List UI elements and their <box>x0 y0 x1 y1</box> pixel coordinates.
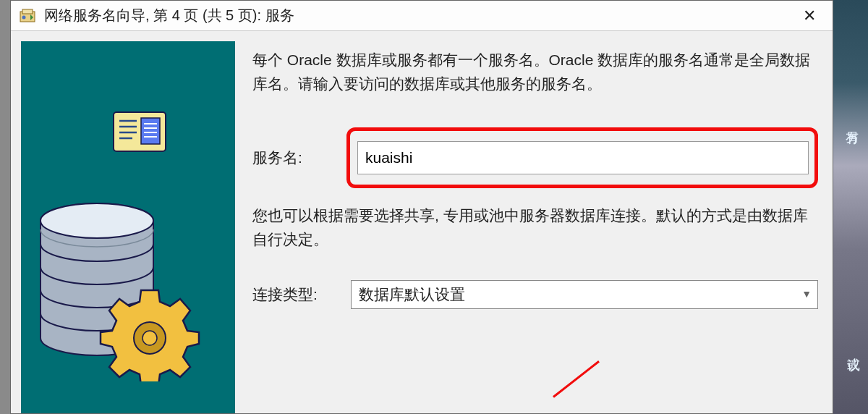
svg-rect-4 <box>141 118 160 144</box>
close-button[interactable]: ✕ <box>795 5 824 27</box>
description-text-1: 每个 Oracle 数据库或服务都有一个服务名。Oracle 数据库的服务名通常… <box>252 48 818 96</box>
connection-type-select[interactable]: 数据库默认设置 ▼ <box>351 280 818 309</box>
close-icon: ✕ <box>803 8 816 24</box>
background-decoration: 另有 议或 <box>833 0 868 414</box>
document-icon <box>108 105 174 161</box>
svg-point-14 <box>41 203 153 238</box>
description-text-2: 您也可以根据需要选择共享, 专用或池中服务器数据库连接。默认的方式是由数据库自行… <box>252 204 818 251</box>
highlight-annotation <box>346 127 818 188</box>
titlebar: 网络服务名向导, 第 4 页 (共 5 页): 服务 ✕ <box>11 1 833 31</box>
service-name-input[interactable] <box>357 141 809 174</box>
connection-type-value: 数据库默认设置 <box>359 283 465 307</box>
chevron-down-icon: ▼ <box>801 287 812 303</box>
wizard-graphic-panel <box>21 41 235 413</box>
content-area: 每个 Oracle 数据库或服务都有一个服务名。Oracle 数据库的服务名通常… <box>11 31 833 413</box>
gear-icon <box>99 280 200 384</box>
connection-type-label: 连接类型: <box>252 283 351 307</box>
connection-type-row: 连接类型: 数据库默认设置 ▼ <box>252 280 818 309</box>
svg-point-2 <box>22 15 26 19</box>
app-icon <box>18 7 37 25</box>
service-name-label: 服务名: <box>252 146 351 170</box>
window-title: 网络服务名向导, 第 4 页 (共 5 页): 服务 <box>44 6 795 25</box>
svg-rect-1 <box>22 9 33 14</box>
wizard-window: 网络服务名向导, 第 4 页 (共 5 页): 服务 ✕ <box>10 0 833 414</box>
svg-point-16 <box>142 331 157 345</box>
form-panel: 每个 Oracle 数据库或服务都有一个服务名。Oracle 数据库的服务名通常… <box>252 41 822 413</box>
service-name-row: 服务名: <box>252 127 818 188</box>
arrow-annotation <box>553 360 600 398</box>
